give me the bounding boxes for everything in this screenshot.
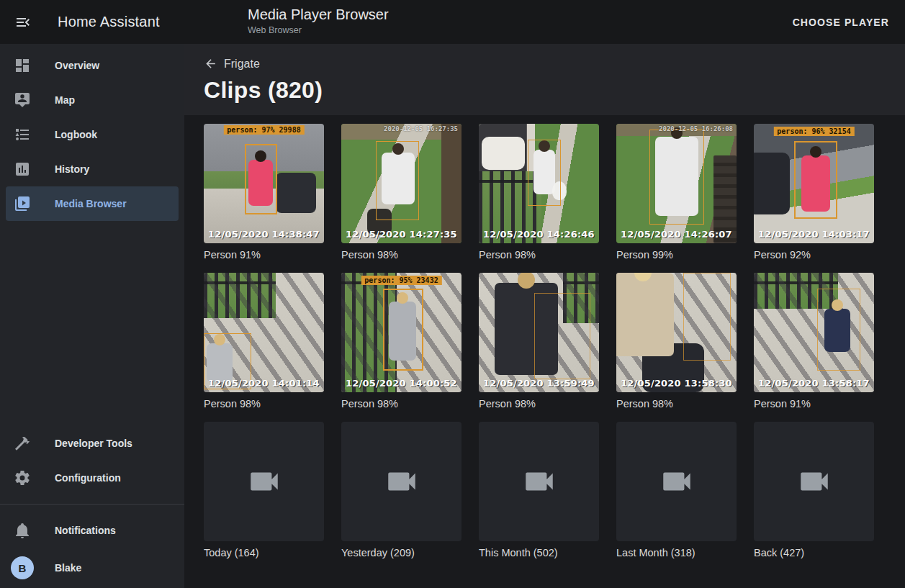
breadcrumb-back-frigate[interactable]: Frigate bbox=[204, 57, 260, 71]
folder-label: Last Month (318) bbox=[616, 547, 737, 558]
dashboard-icon bbox=[14, 57, 31, 74]
bell-icon bbox=[14, 522, 31, 539]
scene-prop-art bbox=[482, 137, 525, 170]
video-camera-icon bbox=[796, 463, 832, 499]
scene-prop-art bbox=[754, 153, 790, 214]
clip-card-12-05-2020-14-03-17[interactable]: person: 96% 32154 12/05/2020 14:03:17 Pe… bbox=[754, 124, 874, 261]
detection-label: person: 96% 32154 bbox=[773, 127, 854, 136]
folder-label: Back (427) bbox=[754, 547, 874, 558]
clip-timestamp-overlay: 12/05/2020 13:58:17 bbox=[758, 378, 870, 389]
configuration-gear-icon bbox=[14, 469, 31, 487]
menu-open-icon bbox=[14, 14, 32, 31]
developer-tools-hammer-icon bbox=[14, 435, 31, 452]
folder-card-today-164-[interactable]: Today (164) bbox=[204, 422, 324, 558]
video-camera-icon bbox=[659, 463, 695, 499]
sidebar-item-developer-tools[interactable]: Developer Tools bbox=[6, 426, 179, 461]
clip-thumbnail: 12/05/2020 14:01:14 bbox=[204, 273, 324, 392]
clip-thumbnail: person: 97% 29988 12/05/2020 14:38:47 bbox=[204, 124, 324, 243]
clip-card-12-05-2020-14-00-52[interactable]: person: 95% 23432 12/05/2020 14:00:52 Pe… bbox=[341, 273, 461, 410]
camera-osd-timestamp: 2020-12-05 16:27:35 bbox=[384, 125, 458, 132]
detection-bounding-box bbox=[376, 141, 419, 220]
clip-card-12-05-2020-14-26-46[interactable]: 12/05/2020 14:26:46 Person 98% bbox=[479, 124, 599, 261]
folder-thumbnail bbox=[479, 422, 599, 541]
folder-thumbnail bbox=[341, 422, 461, 541]
clip-thumbnail: person: 95% 23432 12/05/2020 14:00:52 bbox=[341, 273, 461, 392]
media-browser-header: Frigate Clips (820) bbox=[184, 44, 905, 115]
sidebar-item-logbook[interactable]: Logbook bbox=[6, 117, 179, 152]
logbook-list-icon bbox=[14, 126, 31, 143]
folder-card-back-427-[interactable]: Back (427) bbox=[754, 422, 874, 558]
clip-card-12-05-2020-14-27-35[interactable]: 2020-12-05 16:27:35 12/05/2020 14:27:35 … bbox=[341, 124, 461, 261]
sidebar-item-label: Media Browser bbox=[55, 198, 127, 209]
top-app-bar: Home Assistant Media Player Browser Web … bbox=[0, 0, 905, 44]
media-browser-icon bbox=[14, 195, 31, 212]
sidebar-secondary-list: Developer Tools Configuration bbox=[0, 426, 184, 495]
clip-card-12-05-2020-13-58-30[interactable]: 12/05/2020 13:58:30 Person 98% bbox=[616, 273, 737, 410]
clip-card-12-05-2020-13-59-49[interactable]: 12/05/2020 13:59:49 Person 98% bbox=[479, 273, 599, 410]
page-title: Clips (820) bbox=[204, 77, 905, 104]
clip-timestamp-overlay: 12/05/2020 14:38:47 bbox=[208, 229, 320, 240]
clip-card-12-05-2020-13-58-17[interactable]: 12/05/2020 13:58:17 Person 91% bbox=[754, 273, 874, 410]
clip-thumbnail: 12/05/2020 14:26:46 bbox=[479, 124, 599, 243]
sidebar-item-overview[interactable]: Overview bbox=[6, 48, 179, 83]
camera-osd-timestamp: 2020-12-05 16:26:08 bbox=[659, 125, 733, 132]
clip-timestamp-overlay: 12/05/2020 14:26:46 bbox=[483, 229, 595, 240]
clip-timestamp-overlay: 12/05/2020 14:27:35 bbox=[346, 229, 457, 240]
breadcrumb-label: Frigate bbox=[224, 58, 260, 71]
clips-grid: person: 97% 29988 12/05/2020 14:38:47 Pe… bbox=[204, 124, 905, 558]
detection-bounding-box bbox=[245, 144, 277, 214]
video-camera-icon bbox=[521, 463, 557, 499]
detection-bounding-box bbox=[534, 293, 590, 379]
choose-player-button[interactable]: CHOOSE PLAYER bbox=[787, 0, 895, 44]
clip-thumbnail: person: 96% 32154 12/05/2020 14:03:17 bbox=[754, 124, 874, 243]
clip-thumbnail: 12/05/2020 13:58:30 bbox=[616, 273, 737, 392]
sidebar-item-label: Map bbox=[55, 94, 75, 106]
notifications-label: Notifications bbox=[55, 525, 116, 536]
folder-label: Today (164) bbox=[204, 547, 324, 558]
sidebar-toggle-button[interactable] bbox=[7, 6, 39, 38]
clip-card-12-05-2020-14-01-14[interactable]: 12/05/2020 14:01:14 Person 98% bbox=[204, 273, 324, 410]
main-content: Frigate Clips (820) person: 97% 29988 12… bbox=[184, 44, 905, 588]
sidebar-item-label: History bbox=[55, 163, 89, 175]
folder-card-last-month-318-[interactable]: Last Month (318) bbox=[616, 422, 737, 558]
sidebar-item-media-browser[interactable]: Media Browser bbox=[6, 186, 179, 221]
user-avatar: B bbox=[11, 556, 34, 579]
sidebar-item-label: Developer Tools bbox=[55, 438, 132, 449]
clip-card-12-05-2020-14-26-07[interactable]: 2020-12-05 16:26:08 12/05/2020 14:26:07 … bbox=[616, 124, 737, 261]
panel-title: Media Player Browser bbox=[248, 6, 389, 23]
media-grid-area: person: 97% 29988 12/05/2020 14:38:47 Pe… bbox=[184, 115, 905, 588]
folder-label: This Month (502) bbox=[479, 547, 599, 558]
history-chart-icon bbox=[14, 160, 31, 178]
clip-label: Person 98% bbox=[341, 398, 461, 410]
folder-card-this-month-502-[interactable]: This Month (502) bbox=[479, 422, 599, 558]
detection-bounding-box bbox=[683, 273, 731, 361]
clip-thumbnail: 12/05/2020 13:59:49 bbox=[479, 273, 599, 392]
folder-card-yesterday-209-[interactable]: Yesterday (209) bbox=[341, 422, 461, 558]
detection-bounding-box bbox=[794, 141, 837, 219]
sidebar-item-label: Overview bbox=[55, 60, 99, 71]
sidebar-user-profile[interactable]: B Blake bbox=[6, 548, 179, 588]
clip-timestamp-overlay: 12/05/2020 13:58:30 bbox=[621, 378, 732, 389]
clip-thumbnail: 2020-12-05 16:27:35 12/05/2020 14:27:35 bbox=[341, 124, 461, 243]
person-figure-art bbox=[616, 273, 674, 356]
folder-thumbnail bbox=[204, 422, 324, 541]
clip-card-12-05-2020-14-38-47[interactable]: person: 97% 29988 12/05/2020 14:38:47 Pe… bbox=[204, 124, 324, 261]
folder-thumbnail bbox=[754, 422, 874, 541]
clip-timestamp-overlay: 12/05/2020 14:26:07 bbox=[621, 229, 732, 240]
sidebar-item-history[interactable]: History bbox=[6, 152, 179, 186]
panel-header: Media Player Browser Web Browser bbox=[248, 6, 389, 35]
sidebar-item-configuration[interactable]: Configuration bbox=[6, 461, 179, 495]
user-name: Blake bbox=[55, 562, 81, 574]
clip-label: Person 98% bbox=[479, 398, 599, 410]
clip-label: Person 98% bbox=[341, 249, 461, 261]
detection-bounding-box bbox=[528, 140, 561, 206]
sidebar-item-notifications[interactable]: Notifications bbox=[6, 513, 179, 548]
sidebar-item-map[interactable]: Map bbox=[6, 83, 179, 117]
detection-bounding-box bbox=[383, 289, 423, 371]
detection-bounding-box bbox=[649, 130, 704, 225]
sidebar-spacer bbox=[0, 221, 184, 426]
arrow-left-icon bbox=[204, 57, 217, 71]
video-camera-icon bbox=[246, 463, 282, 499]
detection-bounding-box bbox=[817, 289, 860, 371]
clip-label: Person 92% bbox=[754, 249, 874, 261]
